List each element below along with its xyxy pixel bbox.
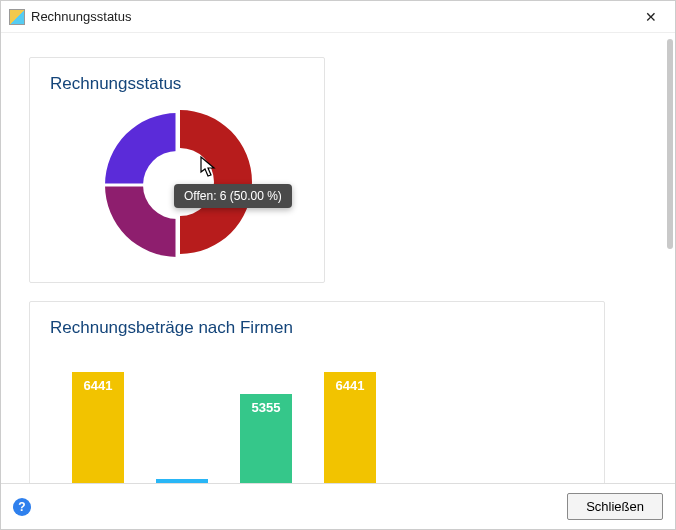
close-button[interactable]: Schließen [567, 493, 663, 520]
bar-3[interactable]: 5355 [240, 394, 292, 483]
titlebar: Rechnungsstatus ✕ [1, 1, 675, 33]
app-icon [9, 9, 25, 25]
bar-label-1: 6441 [72, 378, 124, 393]
bar-chart[interactable]: 644153556441 [50, 346, 584, 483]
bar-label-3: 5355 [240, 400, 292, 415]
bar-label-4: 6441 [324, 378, 376, 393]
window-title: Rechnungsstatus [31, 9, 635, 24]
dialog-window: Rechnungsstatus ✕ Rechnungsstatus [0, 0, 676, 530]
scrollbar-thumb[interactable] [667, 39, 673, 249]
bar-4[interactable]: 6441 [324, 372, 376, 483]
content-viewport: Rechnungsstatus [1, 33, 675, 483]
panel-title-donut: Rechnungsstatus [50, 74, 304, 94]
donut-slice-b[interactable] [105, 185, 177, 257]
panel-title-bars: Rechnungsbeträge nach Firmen [50, 318, 584, 338]
panel-rechnungsbetraege: Rechnungsbeträge nach Firmen 64415355644… [29, 301, 605, 483]
donut-slice-offen[interactable] [180, 110, 252, 254]
content-scroll[interactable]: Rechnungsstatus [1, 33, 675, 483]
bar-1[interactable]: 6441 [72, 372, 124, 483]
bar-2[interactable] [156, 479, 208, 483]
dialog-footer: ? Schließen [1, 483, 675, 529]
help-icon[interactable]: ? [13, 498, 31, 516]
donut-slice-c[interactable] [105, 113, 177, 185]
donut-tooltip: Offen: 6 (50.00 %) [174, 184, 292, 208]
panel-rechnungsstatus: Rechnungsstatus [29, 57, 325, 283]
donut-chart[interactable]: Offen: 6 (50.00 %) [82, 102, 272, 262]
close-icon[interactable]: ✕ [635, 9, 667, 25]
